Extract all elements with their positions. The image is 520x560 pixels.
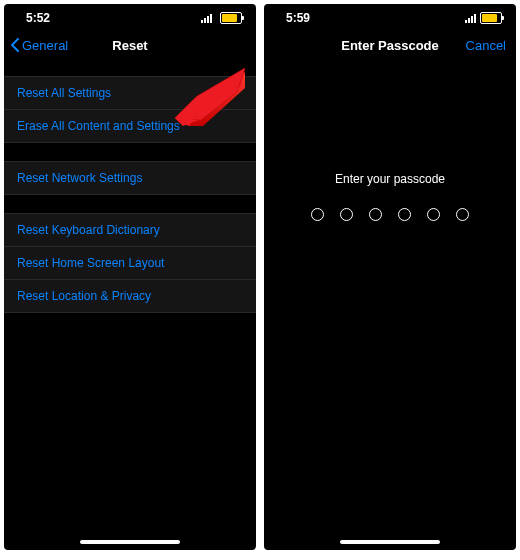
passcode-dot <box>456 208 469 221</box>
reset-location-privacy[interactable]: Reset Location & Privacy <box>4 280 256 312</box>
status-icons <box>201 12 242 24</box>
nav-bar: General Reset <box>4 28 256 62</box>
cancel-button[interactable]: Cancel <box>466 38 506 53</box>
battery-icon <box>220 12 242 24</box>
list-group: Reset All Settings Erase All Content and… <box>4 76 256 143</box>
chevron-left-icon <box>10 38 20 52</box>
list-group: Reset Network Settings <box>4 161 256 195</box>
status-bar: 5:59 <box>264 4 516 28</box>
back-label: General <box>22 38 68 53</box>
battery-icon <box>480 12 502 24</box>
passcode-dot <box>369 208 382 221</box>
passcode-area: Enter your passcode <box>264 172 516 221</box>
nav-bar: Enter Passcode Cancel <box>264 28 516 62</box>
list-group: Reset Keyboard Dictionary Reset Home Scr… <box>4 213 256 313</box>
nav-title: Reset <box>112 38 147 53</box>
phone-reset-screen: 5:52 General Reset Reset All Settings Er… <box>4 4 256 550</box>
erase-all-content[interactable]: Erase All Content and Settings <box>4 110 256 142</box>
nav-title: Enter Passcode <box>341 38 439 53</box>
passcode-dot <box>340 208 353 221</box>
passcode-dot <box>398 208 411 221</box>
status-time: 5:59 <box>286 11 310 25</box>
status-icons <box>465 12 502 24</box>
reset-keyboard-dictionary[interactable]: Reset Keyboard Dictionary <box>4 214 256 247</box>
status-bar: 5:52 <box>4 4 256 28</box>
signal-icon <box>201 14 212 23</box>
reset-list: Reset All Settings Erase All Content and… <box>4 62 256 550</box>
reset-network-settings[interactable]: Reset Network Settings <box>4 162 256 194</box>
signal-icon <box>465 14 476 23</box>
passcode-dot <box>427 208 440 221</box>
reset-home-screen-layout[interactable]: Reset Home Screen Layout <box>4 247 256 280</box>
passcode-dots[interactable] <box>264 208 516 221</box>
phone-passcode-screen: 5:59 Enter Passcode Cancel Enter your pa… <box>264 4 516 550</box>
back-button[interactable]: General <box>10 38 68 53</box>
home-indicator[interactable] <box>340 540 440 544</box>
reset-all-settings[interactable]: Reset All Settings <box>4 77 256 110</box>
home-indicator[interactable] <box>80 540 180 544</box>
status-time: 5:52 <box>26 11 50 25</box>
passcode-dot <box>311 208 324 221</box>
passcode-prompt: Enter your passcode <box>264 172 516 186</box>
